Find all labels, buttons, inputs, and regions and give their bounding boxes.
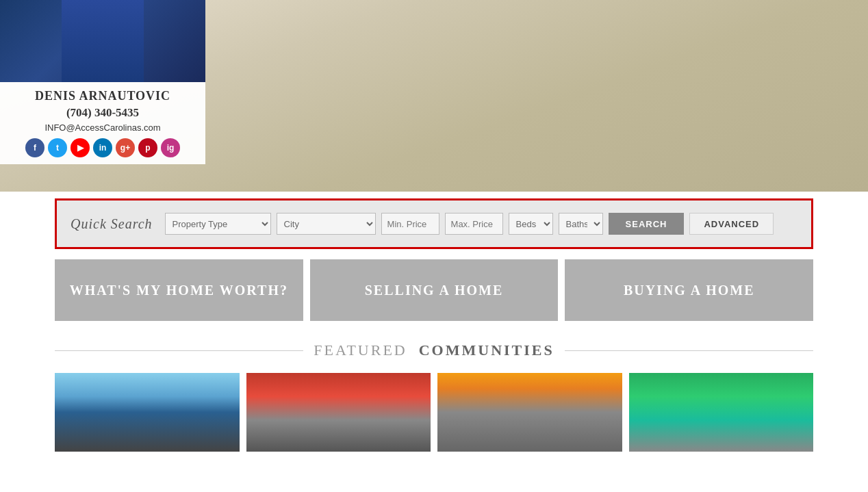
buying-button[interactable]: BUYING A HOME	[565, 259, 813, 321]
action-buttons-container: WHAT'S MY HOME WORTH? SELLING A HOME BUY…	[55, 259, 813, 321]
featured-line-left	[55, 350, 303, 351]
community-item-1[interactable]	[55, 373, 240, 452]
city-select[interactable]: City	[277, 213, 376, 235]
featured-label-bold: COMMUNITIES	[419, 341, 554, 359]
community-item-2[interactable]	[246, 373, 431, 452]
property-type-select[interactable]: Property Type	[165, 213, 271, 235]
beds-select[interactable]: Beds	[509, 213, 553, 235]
instagram-icon[interactable]: ig	[161, 138, 180, 157]
googleplus-icon[interactable]: g+	[116, 138, 135, 157]
selling-button[interactable]: SELLING A HOME	[310, 259, 559, 321]
community-grid	[55, 373, 813, 452]
featured-label-light: FEATURED	[314, 341, 407, 359]
quick-search-bar: Quick Search Property Type City Beds Bat…	[55, 198, 813, 249]
max-price-input[interactable]	[445, 213, 503, 235]
facebook-icon[interactable]: f	[25, 138, 44, 157]
social-icons-container: f t ▶ in g+ p ig	[10, 138, 195, 157]
baths-select[interactable]: Baths	[559, 213, 603, 235]
linkedin-icon[interactable]: in	[93, 138, 112, 157]
agent-info: DENIS ARNAUTOVIC (704) 340-5435 INFO@Acc…	[0, 82, 205, 164]
min-price-input[interactable]	[381, 213, 439, 235]
home-worth-button[interactable]: WHAT'S MY HOME WORTH?	[55, 259, 303, 321]
featured-title: FEATURED COMMUNITIES	[55, 341, 813, 359]
agent-photo	[0, 0, 205, 82]
search-button[interactable]: SEARCH	[609, 213, 685, 235]
community-item-4[interactable]	[629, 373, 814, 452]
quick-search-label: Quick Search	[71, 216, 153, 232]
agent-name: DENIS ARNAUTOVIC	[10, 89, 195, 103]
featured-line-right	[565, 350, 813, 351]
featured-heading: FEATURED COMMUNITIES	[314, 341, 554, 359]
agent-photo-placeholder	[62, 0, 144, 82]
advanced-button[interactable]: ADVANCED	[689, 213, 774, 235]
twitter-icon[interactable]: t	[48, 138, 67, 157]
community-item-3[interactable]	[437, 373, 622, 452]
agent-phone: (704) 340-5435	[10, 106, 195, 120]
hero-section: DENIS ARNAUTOVIC (704) 340-5435 INFO@Acc…	[0, 0, 868, 192]
featured-section: FEATURED COMMUNITIES	[55, 341, 813, 452]
agent-card: DENIS ARNAUTOVIC (704) 340-5435 INFO@Acc…	[0, 0, 205, 192]
agent-email: INFO@AccessCarolinas.com	[10, 122, 195, 133]
pinterest-icon[interactable]: p	[138, 138, 157, 157]
youtube-icon[interactable]: ▶	[71, 138, 90, 157]
